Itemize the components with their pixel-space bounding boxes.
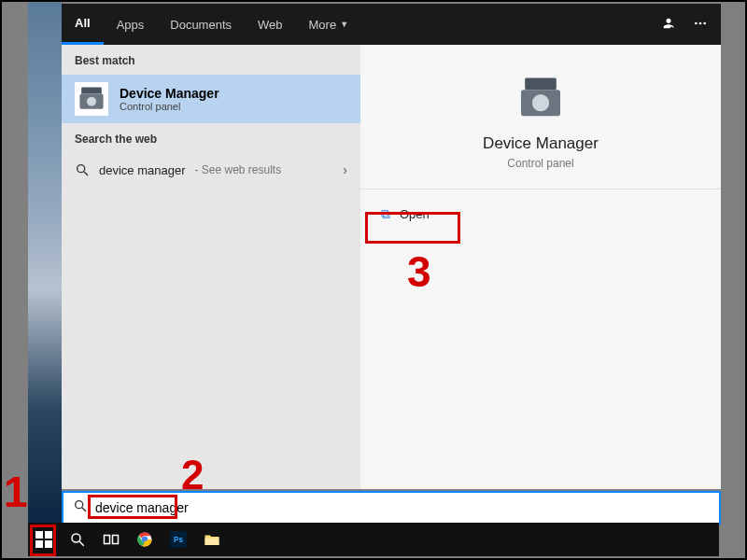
photoshop-icon[interactable]: Ps — [168, 529, 189, 550]
svg-point-11 — [76, 501, 83, 509]
start-button[interactable] — [34, 529, 54, 550]
svg-line-18 — [79, 541, 84, 546]
tab-apps[interactable]: Apps — [104, 4, 158, 45]
search-input[interactable] — [95, 500, 710, 515]
svg-rect-13 — [35, 531, 43, 539]
section-search-web: Search the web — [62, 123, 360, 153]
chevron-down-icon: ▼ — [340, 20, 348, 29]
tab-more[interactable]: More ▼ — [296, 4, 362, 45]
section-best-match: Best match — [62, 45, 360, 75]
svg-rect-3 — [81, 87, 102, 93]
web-result-suffix: - See web results — [195, 163, 282, 176]
best-match-title: Device Manager — [120, 86, 219, 101]
best-match-item[interactable]: Device Manager Control panel — [62, 75, 360, 123]
best-match-subtitle: Control panel — [120, 101, 219, 112]
tab-web[interactable]: Web — [245, 4, 296, 45]
device-manager-icon — [75, 82, 108, 116]
preview-actions: ⧉ Open — [360, 189, 721, 239]
feedback-icon[interactable] — [661, 16, 676, 34]
svg-rect-16 — [45, 540, 52, 548]
taskbar: Ps — [28, 523, 719, 556]
tab-documents[interactable]: Documents — [157, 4, 245, 45]
svg-point-6 — [78, 165, 85, 173]
open-label: Open — [400, 207, 430, 221]
svg-point-0 — [695, 21, 698, 24]
search-icon — [73, 498, 88, 517]
search-icon — [75, 162, 90, 177]
search-panel: All Apps Documents Web More ▼ Best match — [62, 4, 721, 489]
ellipsis-icon[interactable] — [693, 16, 708, 34]
svg-rect-20 — [113, 536, 119, 544]
tab-more-label: More — [309, 18, 337, 32]
screenshot-frame: All Apps Documents Web More ▼ Best match — [0, 0, 747, 560]
task-view-icon[interactable] — [101, 529, 121, 550]
svg-line-7 — [84, 172, 88, 175]
svg-rect-25 — [205, 539, 219, 546]
svg-rect-8 — [525, 78, 557, 91]
chrome-icon[interactable] — [134, 529, 155, 550]
open-button[interactable]: ⧉ Open — [375, 199, 435, 230]
svg-rect-14 — [45, 531, 52, 539]
svg-point-17 — [72, 534, 80, 542]
svg-text:Ps: Ps — [174, 536, 184, 544]
svg-rect-15 — [35, 540, 43, 548]
svg-point-5 — [87, 96, 97, 106]
preview-hero: Device Manager Control panel — [360, 45, 721, 189]
svg-point-1 — [699, 21, 702, 24]
web-result-item[interactable]: device manager - See web results › — [62, 153, 360, 187]
annotation-number-1: 1 — [4, 467, 28, 517]
search-tabbar: All Apps Documents Web More ▼ — [62, 4, 721, 45]
preview-title: Device Manager — [360, 134, 721, 153]
preview-subtitle: Control panel — [360, 157, 721, 170]
taskbar-search-icon[interactable] — [67, 529, 88, 550]
svg-line-12 — [82, 508, 86, 511]
device-manager-icon — [514, 73, 567, 125]
tab-all[interactable]: All — [62, 4, 104, 45]
svg-point-10 — [531, 93, 550, 112]
web-result-query: device manager — [99, 163, 186, 177]
preview-pane: Device Manager Control panel ⧉ Open — [360, 45, 721, 489]
chevron-right-icon: › — [343, 162, 347, 177]
desktop-wallpaper — [28, 2, 62, 525]
svg-rect-19 — [105, 536, 110, 544]
svg-point-2 — [703, 21, 706, 24]
results-column: Best match Device Manager Control panel … — [62, 45, 360, 489]
search-box[interactable] — [62, 491, 721, 525]
open-icon: ⧉ — [381, 206, 390, 222]
file-explorer-icon[interactable] — [202, 529, 222, 550]
